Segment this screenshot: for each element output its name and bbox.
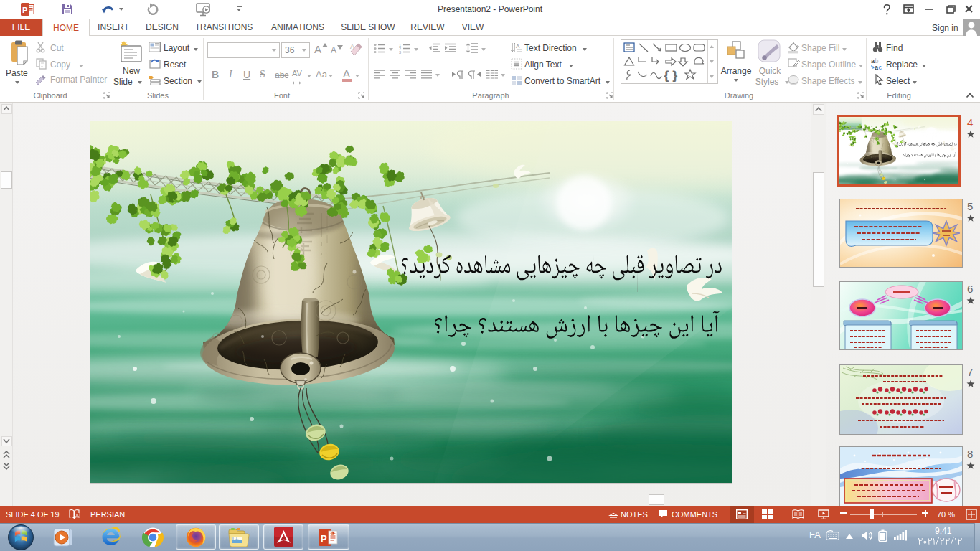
svg-text:A: A	[516, 43, 520, 50]
svg-text:c: c	[879, 64, 882, 70]
svg-text:P: P	[321, 533, 327, 544]
svg-text:{: {	[664, 69, 669, 82]
svg-text:3: 3	[399, 50, 401, 54]
svg-text:A: A	[350, 43, 354, 50]
svg-text:}: }	[673, 69, 677, 82]
